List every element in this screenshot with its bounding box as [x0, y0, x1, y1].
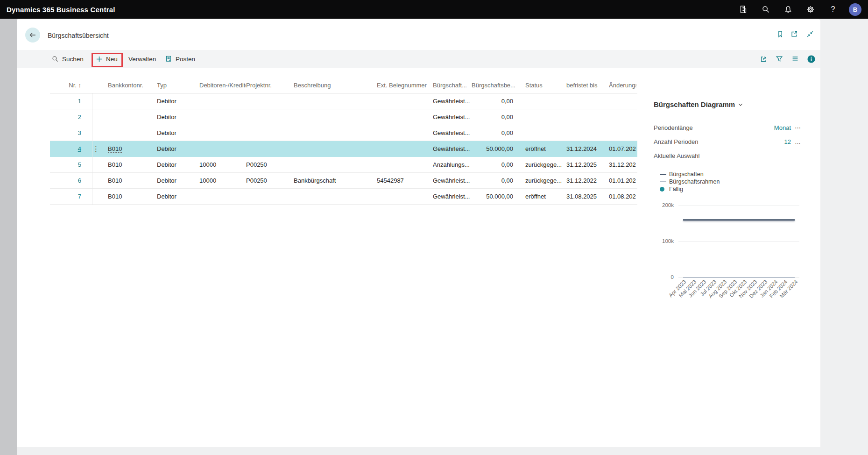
cell-projekt[interactable]: P00250 — [246, 157, 294, 172]
cell-nr[interactable]: 7 — [50, 189, 84, 204]
cell-debkred[interactable] — [199, 93, 246, 109]
row-number-link[interactable]: 2 — [78, 114, 81, 121]
cell-aenderung[interactable]: 31.12.202 — [609, 157, 636, 172]
cell-befristet[interactable]: 31.12.2022 — [566, 173, 609, 188]
cell-aenderung[interactable]: 01.01.202 — [609, 173, 636, 188]
cell-nr[interactable]: 6 — [50, 173, 84, 188]
bookmark-icon[interactable] — [775, 28, 786, 40]
column-header-bank[interactable]: Bankkontonr. — [108, 68, 157, 93]
column-header-aenderung[interactable]: Änderungs — [609, 68, 636, 93]
cell-status[interactable] — [516, 109, 566, 125]
table-row[interactable]: 6B010Debitor10000P00250Bankbürgschaft545… — [50, 173, 637, 189]
cell-debkred[interactable] — [199, 141, 246, 156]
cell-beschr[interactable] — [294, 109, 377, 125]
cell-bank[interactable] — [108, 93, 157, 109]
cell-befristet[interactable] — [566, 93, 609, 109]
cell-art[interactable]: Gewährleist... — [433, 125, 472, 141]
row-menu-icon[interactable] — [84, 173, 108, 188]
row-number-link[interactable]: 1 — [78, 98, 81, 105]
cell-typ[interactable]: Debitor — [157, 93, 199, 109]
column-header-beschr[interactable]: Beschreibung — [294, 68, 377, 93]
cell-status[interactable]: eröffnet — [516, 189, 566, 204]
cell-typ[interactable]: Debitor — [157, 189, 199, 204]
table-row[interactable]: 2DebitorGewährleist...0,00 — [50, 109, 637, 125]
cell-projekt[interactable] — [246, 141, 294, 156]
cell-typ[interactable]: Debitor — [157, 125, 199, 141]
cell-art[interactable]: Gewährleist... — [433, 189, 472, 204]
row-number-link[interactable]: 4 — [78, 145, 81, 152]
row-menu-icon[interactable]: ⋮ — [84, 141, 108, 156]
cell-nr[interactable]: 1 — [50, 93, 84, 109]
cell-projekt[interactable] — [246, 125, 294, 141]
cell-nr[interactable]: 5 — [50, 157, 84, 172]
row-number-link[interactable]: 3 — [78, 129, 81, 136]
column-header-debkred[interactable]: Debitoren-/Kreditorennr. — [199, 68, 246, 93]
collapse-icon[interactable] — [804, 28, 816, 40]
share-icon[interactable] — [758, 53, 769, 64]
info-icon[interactable] — [805, 53, 817, 64]
factbox-field-value[interactable]: Monat — [774, 124, 791, 131]
cell-art[interactable]: Anzahlungs... — [433, 157, 472, 172]
cell-extbeleg[interactable] — [377, 93, 433, 109]
cell-status[interactable]: zurückgege... — [516, 173, 566, 188]
filter-icon[interactable] — [774, 53, 785, 64]
cell-art[interactable]: Gewährleist... — [433, 173, 472, 188]
cell-debkred[interactable] — [199, 189, 246, 204]
cell-betrag[interactable]: 0,00 — [472, 93, 516, 109]
column-header-extbeleg[interactable]: Ext. Belegnummer — [377, 68, 433, 93]
cell-projekt[interactable] — [246, 93, 294, 109]
cell-status[interactable] — [516, 93, 566, 109]
cell-beschr[interactable] — [294, 141, 377, 156]
row-menu-icon[interactable] — [84, 189, 108, 204]
column-header-typ[interactable]: Typ — [157, 68, 199, 93]
cell-status[interactable]: zurückgege... — [516, 157, 566, 172]
cell-beschr[interactable] — [294, 125, 377, 141]
cell-betrag[interactable]: 0,00 — [472, 173, 516, 188]
cell-projekt[interactable] — [246, 109, 294, 125]
cell-bank[interactable]: B010 — [108, 157, 157, 172]
cell-art[interactable]: Gewährleist... — [433, 93, 472, 109]
more-options-icon[interactable]: … — [795, 138, 802, 145]
cell-status[interactable] — [516, 125, 566, 141]
row-menu-icon[interactable] — [84, 125, 108, 141]
cell-aenderung[interactable] — [609, 125, 636, 141]
cell-typ[interactable]: Debitor — [157, 141, 199, 156]
table-row[interactable]: 4⋮B010DebitorGewährleist...50.000,00eröf… — [50, 141, 637, 157]
cell-betrag[interactable]: 0,00 — [472, 109, 516, 125]
cell-aenderung[interactable] — [609, 109, 636, 125]
table-row[interactable]: 5B010Debitor10000P00250Anzahlungs...0,00… — [50, 157, 637, 173]
table-row[interactable]: 1DebitorGewährleist...0,00 — [50, 93, 637, 109]
cell-bank[interactable]: B010 — [108, 189, 157, 204]
cell-beschr[interactable] — [294, 93, 377, 109]
user-avatar[interactable]: B — [849, 3, 861, 16]
cell-befristet[interactable]: 31.08.2025 — [566, 189, 609, 204]
cell-projekt[interactable]: P00250 — [246, 173, 294, 188]
cell-betrag[interactable]: 0,00 — [472, 157, 516, 172]
cell-typ[interactable]: Debitor — [157, 109, 199, 125]
cell-beschr[interactable]: Bankbürgschaft — [294, 173, 377, 188]
cell-beschr[interactable] — [294, 189, 377, 204]
help-icon[interactable]: ? — [827, 4, 839, 15]
manage-button[interactable]: Verwalten — [128, 50, 156, 68]
post-button[interactable]: Posten — [165, 50, 195, 68]
row-menu-icon[interactable] — [84, 109, 108, 125]
cell-aenderung[interactable]: 01.07.202 — [609, 141, 636, 156]
search-actions-button[interactable]: Suchen — [51, 50, 84, 68]
cell-bank[interactable] — [108, 109, 157, 125]
column-header-betrag[interactable]: Bürgschaftsbe... — [472, 68, 516, 93]
choose-view-list-icon[interactable] — [790, 53, 801, 64]
column-header-art[interactable]: Bürgschaft... — [433, 68, 472, 93]
cell-debkred[interactable]: 10000 — [199, 173, 246, 188]
column-header-befristet[interactable]: befristet bis — [566, 68, 609, 93]
cell-extbeleg[interactable] — [377, 157, 433, 172]
cell-befristet[interactable] — [566, 109, 609, 125]
cell-extbeleg[interactable] — [377, 141, 433, 156]
cell-typ[interactable]: Debitor — [157, 173, 199, 188]
cell-befristet[interactable]: 31.12.2024 — [566, 141, 609, 156]
cell-nr[interactable]: 2 — [50, 109, 84, 125]
cell-beschr[interactable] — [294, 157, 377, 172]
row-menu-icon[interactable] — [84, 157, 108, 172]
cell-art[interactable]: Gewährleist... — [433, 109, 472, 125]
cell-betrag[interactable]: 50.000,00 — [472, 141, 516, 156]
table-row[interactable]: 3DebitorGewährleist...0,00 — [50, 125, 637, 141]
